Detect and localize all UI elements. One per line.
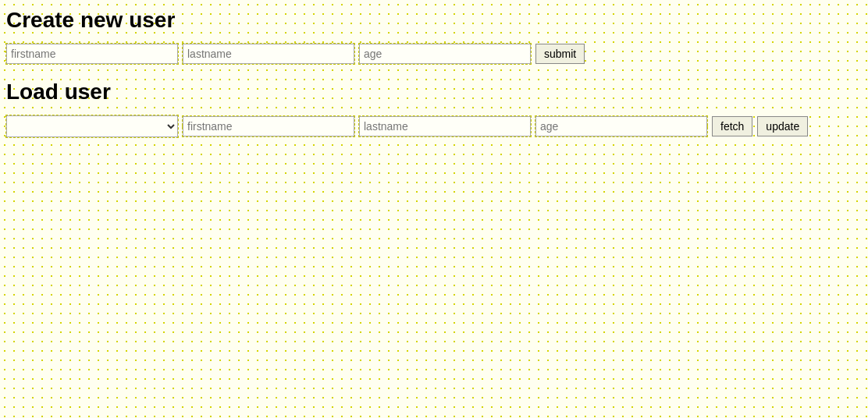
load-lastname-input[interactable] bbox=[359, 116, 531, 136]
update-button[interactable]: update bbox=[757, 116, 808, 136]
load-user-select[interactable] bbox=[6, 115, 178, 137]
create-user-title: Create new user bbox=[6, 8, 862, 33]
load-user-form: fetch update bbox=[6, 115, 862, 137]
load-user-section: Load user fetch update bbox=[6, 80, 862, 137]
create-lastname-input[interactable] bbox=[183, 44, 354, 64]
create-age-input[interactable] bbox=[359, 44, 531, 64]
fetch-button[interactable]: fetch bbox=[712, 116, 752, 136]
create-user-section: Create new user submit bbox=[6, 8, 862, 64]
create-firstname-input[interactable] bbox=[6, 44, 178, 64]
load-age-input[interactable] bbox=[535, 116, 707, 136]
load-user-title: Load user bbox=[6, 80, 862, 104]
load-firstname-input[interactable] bbox=[183, 116, 354, 136]
submit-button[interactable]: submit bbox=[535, 44, 585, 64]
create-user-form: submit bbox=[6, 44, 862, 64]
